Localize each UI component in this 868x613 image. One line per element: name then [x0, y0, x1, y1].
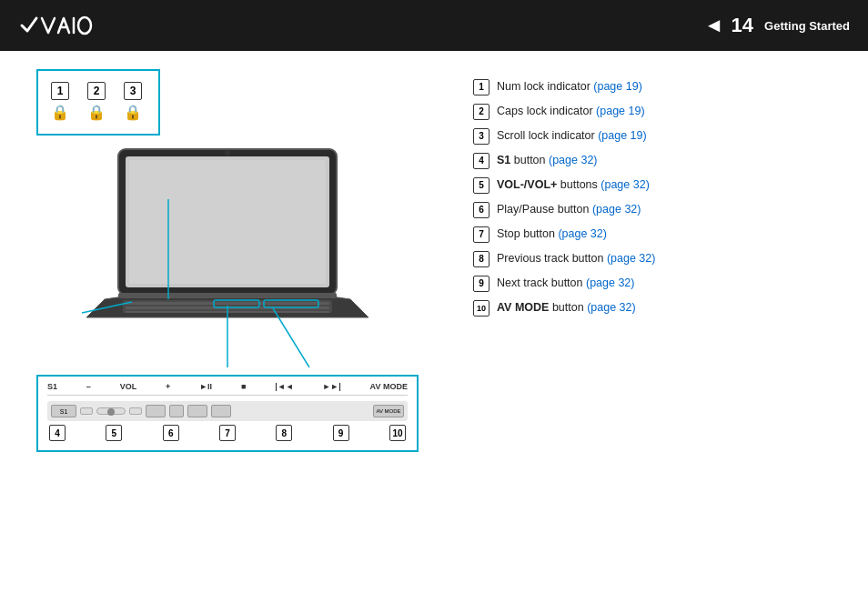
feature-link-2[interactable]: (page 19): [596, 105, 645, 117]
indicator-icon-3: 🔒: [124, 104, 142, 121]
feature-item-6: 6 Play/Pause button (page 32): [473, 201, 841, 218]
next-track-button[interactable]: [211, 405, 231, 417]
svg-rect-5: [118, 293, 337, 298]
panel-numbers-row: 4 5 6 7 8 9 10: [47, 425, 408, 441]
indicator-3: 3 🔒: [124, 82, 142, 121]
vol-minus-button[interactable]: [80, 407, 93, 415]
panel-num-9: 9: [333, 425, 349, 441]
feature-num-box-10: 10: [473, 300, 490, 317]
indicator-num-3: 3: [124, 82, 142, 100]
panel-label-stop: ■: [241, 382, 246, 391]
feature-bold-5: VOL-/VOL+: [497, 178, 557, 191]
feature-num-box-1: 1: [473, 79, 490, 95]
feature-text-2: Caps lock indicator (page 19): [497, 104, 645, 120]
feature-text-10: AV MODE button (page 32): [497, 300, 636, 317]
logo-area: [18, 9, 100, 42]
feature-item-9: 9 Next track button (page 32): [473, 275, 841, 292]
panel-num-5: 5: [106, 425, 122, 441]
panel-label-s1: S1: [47, 382, 57, 391]
s1-button[interactable]: S1: [51, 405, 76, 417]
page-number: 14: [732, 14, 753, 37]
laptop-svg: [27, 140, 428, 367]
feature-text-5: VOL-/VOL+ buttons (page 32): [497, 177, 650, 194]
left-diagram: 1 🔒 2 🔒 3 🔒: [27, 69, 446, 595]
svg-point-11: [225, 150, 230, 156]
panel-label-avmode: AV MODE: [370, 382, 408, 391]
header-right: ◄ 14 Getting Started: [704, 14, 850, 37]
feature-item-1: 1 Num lock indicator (page 19): [473, 78, 841, 95]
feature-link-1[interactable]: (page 19): [593, 80, 642, 93]
feature-num-box-5: 5: [473, 177, 490, 194]
indicator-1: 1 🔒: [51, 82, 69, 121]
feature-link-4[interactable]: (page 32): [549, 154, 598, 166]
panel-num-4: 4: [49, 425, 66, 441]
feature-item-5: 5 VOL-/VOL+ buttons (page 32): [473, 176, 841, 194]
panel-label-minus: –: [86, 382, 91, 391]
vol-slider[interactable]: [96, 407, 126, 415]
feature-text-6: Play/Pause button (page 32): [497, 202, 641, 218]
indicator-num-2: 2: [87, 82, 106, 100]
feature-text-1: Num lock indicator (page 19): [497, 79, 642, 95]
feature-list: 1 Num lock indicator (page 19) 2 Caps lo…: [473, 69, 841, 595]
panel-num-6: 6: [163, 425, 179, 441]
main-content: 1 🔒 2 🔒 3 🔒: [0, 51, 868, 613]
bottom-panel: S1 – VOL + ►II ■ |◄◄ ►►| AV MODE S1: [36, 375, 419, 452]
laptop-illustration: [27, 140, 428, 367]
feature-num-box-6: 6: [473, 202, 490, 218]
feature-num-box-2: 2: [473, 104, 490, 120]
feature-bold-4: S1: [497, 154, 510, 166]
feature-item-2: 2 Caps lock indicator (page 19): [473, 103, 841, 120]
feature-text-3: Scroll lock indicator (page 19): [497, 128, 647, 145]
feature-num-box-9: 9: [473, 276, 490, 292]
feature-link-10[interactable]: (page 32): [587, 301, 636, 314]
feature-link-7[interactable]: (page 32): [558, 227, 607, 240]
feature-text-8: Previous track button (page 32): [497, 251, 655, 267]
header: ◄ 14 Getting Started: [0, 0, 868, 51]
feature-item-3: 3 Scroll lock indicator (page 19): [473, 127, 841, 145]
panel-label-vol: VOL: [120, 382, 137, 391]
arrow-icon: ◄: [704, 14, 724, 37]
panel-num-8: 8: [276, 425, 292, 441]
feature-bold-10: AV MODE: [497, 301, 549, 314]
feature-item-7: 7 Stop button (page 32): [473, 226, 841, 243]
feature-text-9: Next track button (page 32): [497, 276, 634, 292]
feature-link-5[interactable]: (page 32): [601, 178, 650, 191]
indicators-box: 1 🔒 2 🔒 3 🔒: [36, 69, 160, 136]
indicator-num-1: 1: [51, 82, 69, 100]
feature-link-3[interactable]: (page 19): [598, 129, 647, 142]
panel-num-10: 10: [389, 425, 406, 441]
play-pause-button[interactable]: [146, 405, 166, 417]
panel-label-plus: +: [166, 382, 170, 391]
feature-num-box-8: 8: [473, 251, 490, 267]
feature-num-box-3: 3: [473, 128, 490, 145]
panel-label-prev: |◄◄: [275, 382, 293, 391]
feature-num-box-7: 7: [473, 226, 490, 243]
feature-link-9[interactable]: (page 32): [586, 276, 635, 289]
feature-item-4: 4 S1 button (page 32): [473, 152, 841, 169]
feature-link-8[interactable]: (page 32): [607, 252, 656, 265]
stop-button[interactable]: [169, 405, 184, 417]
av-mode-button[interactable]: AV MODE: [373, 405, 404, 417]
panel-num-7: 7: [219, 425, 236, 441]
prev-track-button[interactable]: [187, 405, 207, 417]
svg-rect-4: [129, 160, 326, 284]
feature-item-8: 8 Previous track button (page 32): [473, 250, 841, 267]
feature-item-10: 10 AV MODE button (page 32): [473, 299, 841, 317]
feature-text-7: Stop button (page 32): [497, 226, 607, 243]
feature-num-box-4: 4: [473, 153, 490, 169]
vol-plus-button[interactable]: [129, 407, 142, 415]
svg-point-1: [78, 17, 91, 34]
vaio-logo-svg: [18, 9, 100, 42]
indicator-2: 2 🔒: [87, 82, 106, 121]
indicator-icon-1: 🔒: [51, 104, 69, 121]
indicator-icon-2: 🔒: [87, 104, 106, 121]
feature-text-4: S1 button (page 32): [497, 153, 598, 169]
section-title-header: Getting Started: [764, 19, 850, 33]
feature-link-6[interactable]: (page 32): [592, 203, 641, 216]
svg-rect-7: [126, 302, 329, 305]
panel-label-next: ►►|: [322, 382, 340, 391]
panel-top-bar: S1 – VOL + ►II ■ |◄◄ ►►| AV MODE: [47, 382, 408, 396]
panel-label-play: ►II: [199, 382, 212, 391]
